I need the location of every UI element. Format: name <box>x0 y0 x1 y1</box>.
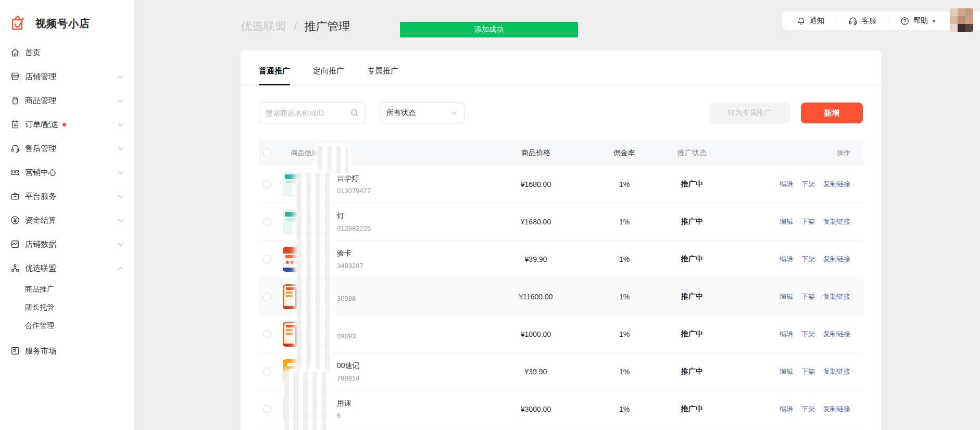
edit-link[interactable]: 编辑 <box>780 218 793 225</box>
commission-cell: 1% <box>588 368 661 376</box>
edit-link[interactable]: 编辑 <box>780 180 793 188</box>
table-header-row: 商品信息商品价格佣金率推广状态操作 <box>259 141 863 166</box>
commission-cell: 1% <box>588 180 661 188</box>
breadcrumb-parent[interactable]: 优选联盟 <box>241 20 286 33</box>
sidebar-item-营销中心[interactable]: 营销中心 <box>0 160 134 184</box>
commission-cell: 1% <box>588 255 661 263</box>
topbar-客服-button[interactable]: 客服 <box>848 16 876 26</box>
sidebar-item-服务市场[interactable]: 服务市场 <box>0 339 134 363</box>
row-checkbox[interactable] <box>263 255 271 263</box>
brand: 视频号小店 <box>0 0 134 32</box>
status-cell: 推广中 <box>661 255 723 264</box>
edit-link[interactable]: 编辑 <box>780 255 793 263</box>
tab-专属推广[interactable]: 专属推广 <box>367 66 398 85</box>
copy-link-link[interactable]: 复制链接 <box>823 368 850 375</box>
sidebar-item-首页[interactable]: 首页 <box>0 41 134 65</box>
search-box[interactable] <box>259 103 366 123</box>
commission-cell: 1% <box>588 405 661 413</box>
sidebar-item-店铺数据[interactable]: 店铺数据 <box>0 232 134 256</box>
sidebar-item-店铺管理[interactable]: 店铺管理 <box>0 65 134 88</box>
status-filter-select[interactable]: 所有状态 <box>380 103 464 123</box>
store-icon <box>9 71 21 82</box>
breadcrumb: 优选联盟 / 推广管理 <box>241 19 350 34</box>
unlist-link[interactable]: 下架 <box>801 405 815 413</box>
copy-link-link[interactable]: 复制链接 <box>823 255 850 263</box>
copy-link-link[interactable]: 复制链接 <box>823 218 850 225</box>
copy-link-link[interactable]: 复制链接 <box>823 180 850 188</box>
row-checkbox[interactable] <box>263 405 271 413</box>
unlist-link[interactable]: 下架 <box>801 255 815 263</box>
unlist-link[interactable]: 下架 <box>801 218 815 225</box>
sidebar-item-label: 服务市场 <box>25 346 56 356</box>
edit-link[interactable]: 编辑 <box>780 293 793 300</box>
chevron-down-icon <box>117 73 124 81</box>
topbar-通知-button[interactable]: 通知 <box>796 16 824 26</box>
sidebar-item-label: 首页 <box>25 48 41 58</box>
price-cell: ¥3000.00 <box>484 405 588 413</box>
table-row: 验卡3493287¥39.901%推广中编辑下架复制链接 <box>259 241 863 278</box>
column-header: 商品价格 <box>484 148 588 158</box>
briefcase-icon <box>9 191 21 202</box>
price-cell: ¥1000.00 <box>484 330 588 338</box>
sidebar-item-资金结算[interactable]: 资金结算 <box>0 208 134 232</box>
copy-link-link[interactable]: 复制链接 <box>823 330 850 338</box>
row-checkbox[interactable] <box>263 293 271 301</box>
chevron-down-icon <box>117 145 124 153</box>
content-area: 优选联盟 / 推广管理 添加成功 通知客服帮助▾ 普通推广定向推广专属推广 <box>134 0 980 430</box>
convert-to-exclusive-button[interactable]: 转为专属推广 <box>709 103 790 123</box>
tab-定向推广[interactable]: 定向推广 <box>313 66 344 85</box>
topbar-帮助-button[interactable]: 帮助▾ <box>900 16 935 26</box>
commission-cell: 1% <box>588 218 661 226</box>
status-cell: 推广中 <box>661 217 723 226</box>
row-select-cell <box>259 255 278 263</box>
status-cell: 推广中 <box>661 404 723 414</box>
sidebar-item-label: 店铺数据 <box>25 239 56 249</box>
row-select-cell <box>259 405 278 413</box>
puzzle-icon <box>9 345 21 357</box>
sidebar-item-订单/配送[interactable]: 订单/配送 <box>0 112 134 136</box>
sidebar-subitem-团长托管[interactable]: 团长托管 <box>0 298 134 317</box>
row-checkbox[interactable] <box>263 180 271 188</box>
chevron-down-icon <box>117 241 124 248</box>
sidebar-item-商品管理[interactable]: 商品管理 <box>0 88 134 112</box>
shop-logo-icon <box>8 14 28 33</box>
actions-cell: 编辑下架复制链接 <box>723 404 863 414</box>
edit-link[interactable]: 编辑 <box>780 330 793 338</box>
status-filter-value: 所有状态 <box>386 108 450 118</box>
select-all-checkbox[interactable] <box>263 149 271 157</box>
select-all-cell <box>259 149 278 157</box>
copy-link-link[interactable]: 复制链接 <box>823 405 850 413</box>
unlist-link[interactable]: 下架 <box>801 330 815 338</box>
sidebar-nav: 首页店铺管理商品管理订单/配送售后管理营销中心平台服务资金结算店铺数据优选联盟商… <box>0 41 134 363</box>
chevron-up-icon <box>117 264 124 272</box>
copy-link-link[interactable]: 复制链接 <box>823 293 850 300</box>
actions-cell: 编辑下架复制链接 <box>723 367 863 376</box>
unlist-link[interactable]: 下架 <box>801 293 815 300</box>
topbar-label: 客服 <box>862 16 876 26</box>
unlist-link[interactable]: 下架 <box>801 368 815 375</box>
row-checkbox[interactable] <box>263 330 271 338</box>
avatar[interactable] <box>950 8 973 32</box>
search-icon[interactable] <box>350 108 359 118</box>
sidebar-subitem-商品推广[interactable]: 商品推广 <box>0 280 134 298</box>
actions-cell: 编辑下架复制链接 <box>723 217 863 226</box>
order-icon <box>9 119 21 130</box>
row-checkbox[interactable] <box>263 218 271 226</box>
sidebar-item-优选联盟[interactable]: 优选联盟 <box>0 256 134 280</box>
tab-普通推广[interactable]: 普通推广 <box>259 66 290 85</box>
unlist-link[interactable]: 下架 <box>801 180 815 188</box>
search-input[interactable] <box>266 109 350 117</box>
add-button[interactable]: 新增 <box>801 103 863 123</box>
edit-link[interactable]: 编辑 <box>780 405 793 413</box>
sidebar-item-平台服务[interactable]: 平台服务 <box>0 184 134 208</box>
notification-dot <box>62 123 66 127</box>
chevron-down-icon <box>117 169 124 176</box>
sidebar-subitem-合作管理[interactable]: 合作管理 <box>0 317 134 335</box>
price-cell: ¥39.90 <box>484 368 588 376</box>
edit-link[interactable]: 编辑 <box>780 368 793 375</box>
sidebar-item-售后管理[interactable]: 售后管理 <box>0 136 134 160</box>
sidebar-item-label: 商品管理 <box>25 96 56 106</box>
bag-icon <box>9 95 21 106</box>
row-checkbox[interactable] <box>263 368 271 376</box>
row-select-cell <box>259 293 278 301</box>
